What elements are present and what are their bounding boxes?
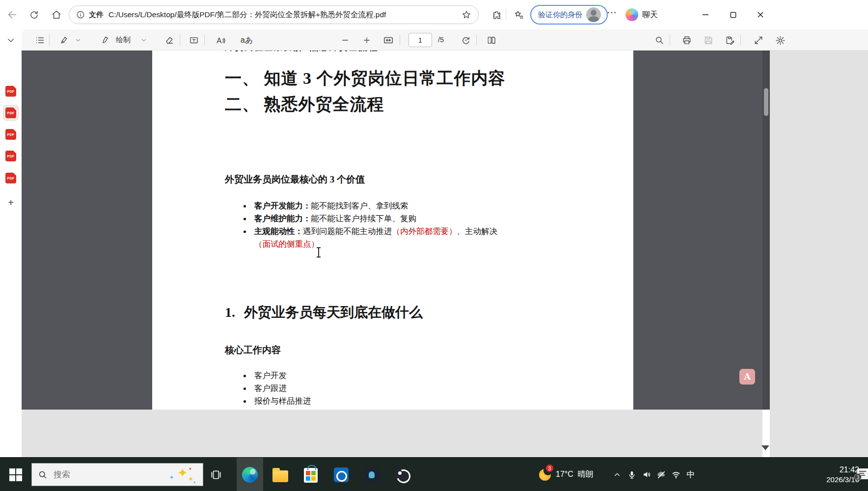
pdf-file-icon: PDF bbox=[5, 173, 16, 183]
verify-identity-button[interactable]: 验证你的身份 bbox=[530, 5, 608, 25]
list-item: 客户维护能力：能不能让客户持续下单、复购 bbox=[241, 212, 604, 225]
fit-width-icon[interactable] bbox=[382, 34, 395, 47]
draw-label[interactable]: 绘制 bbox=[116, 35, 131, 45]
heading-line-1: 一、 知道 3 个外贸岗位日常工作内容 bbox=[225, 65, 506, 91]
onedrive-paused-icon[interactable] bbox=[654, 458, 669, 491]
maximize-icon[interactable] bbox=[726, 9, 740, 21]
url-scheme-label: 文件 bbox=[89, 10, 104, 20]
page-view-icon[interactable] bbox=[485, 34, 498, 47]
extensions-puzzle-icon[interactable] bbox=[490, 8, 503, 21]
profile-avatar[interactable] bbox=[586, 7, 601, 22]
section-subtitle-core-work: 核心工作内容 bbox=[225, 344, 281, 357]
print-icon[interactable] bbox=[680, 34, 693, 47]
pdf-background-right bbox=[633, 51, 762, 410]
list-item: 客户跟进 bbox=[241, 382, 604, 395]
pdf-file-icon: PDF bbox=[5, 151, 16, 161]
taskbar: ✦ ✦ ✦ ● ● 3 17°C 晴朗 bbox=[0, 457, 868, 491]
tray-chevron-up-icon[interactable] bbox=[610, 458, 624, 491]
page-heading: 一、 知道 3 个外贸岗位日常工作内容 二、 熟悉外贸全流程 bbox=[225, 65, 506, 117]
settings-more-icon[interactable]: ⋯ bbox=[607, 6, 617, 18]
settings-gear-icon[interactable] bbox=[774, 34, 787, 47]
fullscreen-icon[interactable] bbox=[752, 34, 765, 47]
toolbar-divider bbox=[476, 35, 477, 45]
toc-icon[interactable] bbox=[33, 34, 46, 47]
save-as-icon[interactable] bbox=[724, 34, 736, 47]
refresh-icon[interactable] bbox=[27, 8, 40, 21]
weather-text[interactable]: 17°C 晴朗 bbox=[556, 458, 594, 491]
copilot-chat-button[interactable]: 聊天 bbox=[621, 6, 663, 24]
search-input[interactable] bbox=[54, 470, 152, 480]
acrobat-floating-button[interactable]: A bbox=[739, 369, 755, 385]
minimize-icon[interactable] bbox=[698, 9, 713, 21]
tab-pdf-2-active[interactable]: PDF bbox=[3, 105, 18, 120]
microsoft-store-icon bbox=[304, 468, 318, 483]
zoom-in-icon[interactable] bbox=[360, 34, 373, 47]
scrollbar-thumb[interactable] bbox=[764, 88, 768, 116]
address-bar[interactable]: 文件 C:/Users/L/Desktop/最终版PDF/第二部分：外贸岗位全景… bbox=[69, 5, 479, 24]
notification-badge: 3 bbox=[854, 473, 862, 481]
copilot-icon bbox=[625, 8, 638, 21]
highlighter-icon[interactable] bbox=[57, 34, 70, 47]
highlighter-chevron-icon[interactable] bbox=[74, 34, 82, 47]
clipped-previous-line: 外贸岗位全景拆解+熟悉外贸全流程 bbox=[225, 51, 569, 56]
screen: 文件 C:/Users/L/Desktop/最终版PDF/第二部分：外贸岗位全景… bbox=[0, 0, 868, 491]
toolbar-divider bbox=[400, 35, 400, 45]
notification-center-icon[interactable]: 3 bbox=[857, 468, 868, 479]
draw-chevron-icon[interactable] bbox=[139, 34, 148, 47]
wifi-icon[interactable] bbox=[669, 458, 683, 491]
page-info-icon[interactable] bbox=[76, 10, 85, 19]
favorites-bar-icon[interactable] bbox=[513, 8, 525, 21]
taskbar-app-button[interactable] bbox=[358, 458, 385, 491]
verify-identity-label: 验证你的身份 bbox=[538, 10, 582, 20]
pdf-file-icon: PDF bbox=[5, 129, 16, 140]
desktop-strip-bottom bbox=[22, 410, 762, 457]
tab-pdf-5[interactable]: PDF bbox=[3, 171, 18, 185]
taskbar-obs-button[interactable] bbox=[389, 458, 415, 491]
vertical-tab-strip: PDF PDF PDF PDF PDF + bbox=[0, 29, 22, 457]
draw-pen-icon[interactable] bbox=[99, 34, 112, 47]
taskbar-edge-button[interactable] bbox=[237, 458, 263, 491]
microphone-icon[interactable] bbox=[624, 458, 639, 491]
ime-indicator[interactable]: 中 bbox=[683, 458, 698, 491]
taskbar-outlook-button[interactable] bbox=[328, 458, 354, 491]
tab-actions-chevron-icon[interactable] bbox=[4, 34, 17, 47]
pdf-toolbar: 绘制 aあ /5 bbox=[22, 29, 868, 51]
pdf-file-icon: PDF bbox=[5, 86, 16, 97]
read-aloud-icon[interactable] bbox=[214, 34, 227, 47]
tab-pdf-1[interactable]: PDF bbox=[3, 84, 18, 99]
zoom-out-icon[interactable] bbox=[339, 34, 352, 47]
tab-pdf-4[interactable]: PDF bbox=[3, 149, 18, 163]
tab-pdf-3[interactable]: PDF bbox=[3, 127, 18, 142]
eraser-icon[interactable] bbox=[163, 34, 176, 47]
scrollbar[interactable] bbox=[762, 51, 770, 410]
rotate-icon[interactable] bbox=[460, 34, 472, 47]
dark-app-icon bbox=[364, 467, 379, 482]
home-icon[interactable] bbox=[50, 8, 63, 21]
add-text-icon[interactable] bbox=[188, 34, 200, 47]
tray-weather-button[interactable]: 3 bbox=[536, 458, 554, 491]
list-item: 主观能动性：遇到问题能不能主动推进（内外部都需要）、主动解决 bbox=[241, 225, 604, 238]
start-button[interactable] bbox=[4, 458, 27, 491]
speaker-icon[interactable] bbox=[639, 458, 654, 491]
taskbar-search-box[interactable]: ✦ ✦ ✦ ● ● bbox=[31, 463, 203, 486]
browser-titlebar: 文件 C:/Users/L/Desktop/最终版PDF/第二部分：外贸岗位全景… bbox=[0, 0, 868, 29]
favorite-star-icon[interactable] bbox=[461, 10, 471, 20]
page-number-input[interactable] bbox=[408, 33, 432, 47]
url-path[interactable]: C:/Users/L/Desktop/最终版PDF/第二部分：外贸岗位全景拆解+… bbox=[108, 10, 461, 20]
task-view-icon bbox=[210, 468, 222, 481]
taskbar-explorer-button[interactable] bbox=[267, 458, 294, 491]
heading-line-2: 二、 熟悉外贸全流程 bbox=[225, 91, 506, 117]
task-view-button[interactable] bbox=[205, 458, 227, 491]
back-icon[interactable] bbox=[6, 8, 19, 21]
taskbar-store-button[interactable] bbox=[298, 458, 324, 491]
toolbar-divider bbox=[49, 35, 50, 45]
translate-icon[interactable]: aあ bbox=[241, 35, 253, 46]
save-icon[interactable] bbox=[702, 34, 715, 47]
tray-clock[interactable]: 21:42 2026/3/16 bbox=[804, 458, 859, 491]
values-bullet-list: 客户开发能力：能不能找到客户、拿到线索 客户维护能力：能不能让客户持续下单、复购… bbox=[241, 200, 604, 251]
search-document-icon[interactable] bbox=[653, 34, 666, 47]
new-tab-button[interactable]: + bbox=[4, 196, 17, 209]
list-item: 客户开发 bbox=[241, 369, 604, 382]
close-icon[interactable] bbox=[753, 9, 768, 21]
scroll-down-arrow-icon[interactable] bbox=[761, 445, 769, 450]
